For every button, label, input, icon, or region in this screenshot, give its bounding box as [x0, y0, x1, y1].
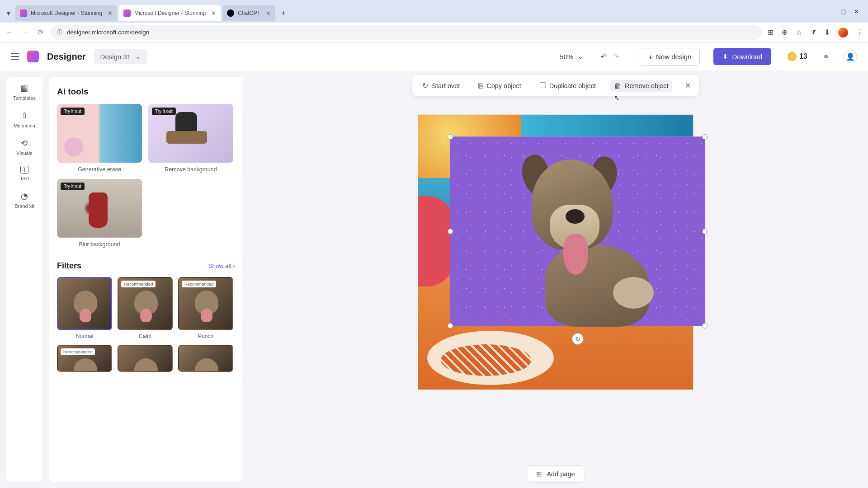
maximize-icon[interactable]: ▢: [840, 8, 846, 15]
cursor-icon: ↖: [614, 94, 620, 102]
upload-icon: ⇧: [21, 111, 28, 121]
rail-brand-kit[interactable]: ◔ Brand kit: [14, 191, 34, 209]
redo-icon[interactable]: ↷: [613, 52, 619, 61]
tool-thumbnail: Try it out: [57, 104, 142, 163]
filter-thumbnail: Recommended: [178, 277, 233, 330]
close-context-bar-icon[interactable]: ✕: [683, 80, 693, 92]
tab-title: Microsoft Designer - Stunning: [31, 10, 102, 16]
try-it-out-tag: Try it out: [61, 183, 85, 190]
coins-counter[interactable]: 13: [788, 52, 807, 61]
rail-text[interactable]: T Text: [20, 166, 29, 181]
rail-label: Templates: [13, 95, 36, 101]
url-text: designer.microsoft.com/design: [67, 29, 149, 36]
site-info-icon[interactable]: ⓘ: [57, 28, 62, 36]
rail-label: Text: [20, 176, 29, 181]
duplicate-object-button[interactable]: ❐ Duplicate object: [536, 80, 599, 92]
rail-templates[interactable]: ▦ Templates: [13, 83, 36, 101]
coins-value: 13: [799, 52, 807, 61]
filter-normal[interactable]: Normal: [57, 277, 112, 339]
ai-tool-remove-background[interactable]: Try it out Remove background: [148, 104, 233, 173]
rotate-handle[interactable]: ↻: [572, 333, 584, 345]
resize-handle[interactable]: [702, 134, 708, 140]
remove-object-button[interactable]: 🗑 Remove object: [610, 80, 672, 92]
side-panel: AI tools Try it out Generative erase Try…: [49, 77, 243, 482]
minimize-icon[interactable]: ―: [826, 8, 832, 15]
filter-thumbnail: Recommended: [118, 277, 173, 330]
dog-image: [505, 146, 649, 318]
browser-tab[interactable]: Microsoft Designer - Stunning ✕: [15, 5, 117, 21]
plus-icon: +: [648, 53, 652, 61]
resize-handle[interactable]: [448, 323, 453, 328]
browser-toolbar: ← → ⟳ ⓘ designer.microsoft.com/design ⊞ …: [0, 23, 868, 42]
forward-icon[interactable]: →: [20, 28, 30, 37]
resize-handle[interactable]: [702, 323, 708, 328]
browser-tab-active[interactable]: Microsoft Designer - Stunning ✕: [119, 5, 221, 21]
bookmark-icon[interactable]: ☆: [796, 28, 802, 37]
new-design-button[interactable]: + New design: [640, 48, 700, 66]
undo-icon[interactable]: ↶: [601, 52, 607, 61]
document-name-dropdown[interactable]: Design 31 ⌄: [94, 49, 148, 64]
left-rail: ▦ Templates ⇧ My media ⟲ Visuals T Text …: [6, 77, 42, 482]
download-label: Download: [732, 53, 762, 61]
filter-label: Calm: [118, 333, 173, 339]
zoom-value: 50%: [560, 53, 573, 61]
artboard[interactable]: ↻: [418, 114, 693, 390]
extensions-icon[interactable]: ⧩: [810, 28, 816, 37]
resize-handle[interactable]: [448, 229, 453, 234]
zoom-dropdown[interactable]: 50% ⌄: [560, 52, 584, 61]
tool-label: Blur background: [57, 241, 142, 248]
filter-item[interactable]: [178, 345, 233, 372]
address-bar[interactable]: ⓘ designer.microsoft.com/design: [51, 25, 762, 40]
designer-logo[interactable]: [27, 51, 39, 62]
restart-icon: ↻: [422, 81, 428, 90]
close-icon[interactable]: ✕: [108, 10, 113, 17]
recommended-tag: Recommended: [182, 281, 216, 287]
ai-tool-generative-erase[interactable]: Try it out Generative erase: [57, 104, 142, 173]
filter-label: Normal: [57, 333, 112, 339]
reload-icon[interactable]: ⟳: [35, 28, 45, 37]
menu-icon[interactable]: ⋮: [856, 28, 863, 37]
back-icon[interactable]: ←: [5, 28, 14, 37]
coin-icon: [788, 52, 797, 61]
browser-tab[interactable]: ChatGPT ✕: [222, 5, 275, 21]
rail-label: Visuals: [16, 150, 32, 156]
download-button[interactable]: ⬇ Download: [713, 48, 771, 65]
start-over-button[interactable]: ↻ Start over: [419, 80, 464, 92]
filter-item[interactable]: Recommended: [57, 345, 112, 372]
user-avatar[interactable]: 👤: [844, 50, 857, 63]
filter-calm[interactable]: Recommended Calm: [118, 277, 173, 339]
tool-thumbnail: Try it out: [148, 104, 233, 163]
rail-label: My media: [14, 123, 35, 128]
resize-handle[interactable]: [702, 229, 708, 234]
add-page-button[interactable]: ⊞ Add page: [527, 465, 584, 483]
resize-handle[interactable]: [448, 134, 453, 140]
filter-item[interactable]: [118, 345, 173, 372]
share-icon[interactable]: ⚭: [823, 52, 829, 61]
filter-thumbnail: Recommended: [57, 345, 112, 372]
rail-my-media[interactable]: ⇧ My media: [14, 111, 35, 128]
tool-thumbnail: Try it out: [57, 179, 142, 238]
new-tab-button[interactable]: +: [277, 7, 290, 19]
downloads-icon[interactable]: ⬇: [824, 28, 830, 37]
rail-label: Brand kit: [14, 203, 34, 209]
zoom-icon[interactable]: ⊕: [782, 28, 788, 37]
close-icon[interactable]: ✕: [266, 10, 271, 17]
filter-punch[interactable]: Recommended Punch: [178, 277, 233, 339]
close-icon[interactable]: ✕: [211, 10, 216, 17]
install-icon[interactable]: ⊞: [768, 28, 774, 37]
selected-layer[interactable]: ↻: [450, 136, 705, 326]
ai-tool-blur-background[interactable]: Try it out Blur background: [57, 179, 142, 248]
canvas-area: ↻ Start over ⎘ Copy object ❐ Duplicate o…: [243, 70, 868, 488]
copy-object-button[interactable]: ⎘ Copy object: [475, 80, 525, 92]
filter-thumbnail: [178, 345, 233, 372]
browser-tab-strip: ▾ Microsoft Designer - Stunning ✕ Micros…: [0, 0, 868, 23]
brandkit-icon: ◔: [21, 191, 28, 201]
rail-visuals[interactable]: ⟲ Visuals: [16, 138, 32, 156]
hamburger-icon[interactable]: [11, 53, 19, 60]
tab-search-icon[interactable]: ▾: [4, 8, 14, 18]
show-all-link[interactable]: Show all ›: [208, 263, 235, 269]
filter-thumbnail: [57, 277, 112, 330]
profile-avatar[interactable]: [838, 28, 848, 38]
filter-thumbnail: [118, 345, 173, 372]
close-window-icon[interactable]: ✕: [854, 8, 859, 15]
